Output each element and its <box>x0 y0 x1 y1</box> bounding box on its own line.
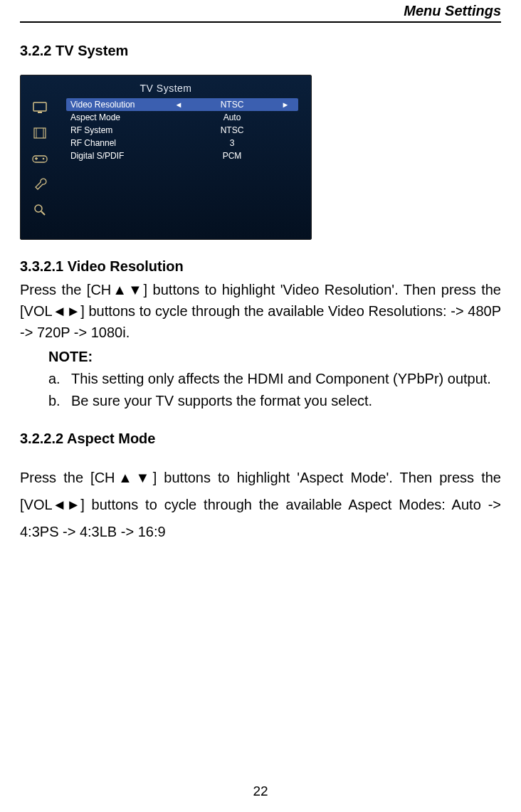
arrow-right-icon: ► <box>277 100 294 109</box>
note-item-b: b. Be sure your TV supports the format y… <box>48 390 501 412</box>
tv-sidebar <box>26 97 58 221</box>
menu-row-rf-system[interactable]: RF System NTSC <box>66 124 298 137</box>
paragraph-video-resolution: Press the [CH▲▼] buttons to highlight 'V… <box>20 279 501 343</box>
menu-value: NTSC <box>187 100 277 110</box>
svg-rect-0 <box>33 102 46 111</box>
menu-row-digital-spdif[interactable]: Digital S/PDIF PCM <box>66 149 298 162</box>
tv-icon <box>26 97 53 118</box>
menu-value: PCM <box>187 151 277 161</box>
menu-label: RF Channel <box>70 138 170 148</box>
film-icon <box>26 122 53 144</box>
svg-rect-2 <box>34 128 46 138</box>
menu-value: NTSC <box>187 125 277 135</box>
page-header-title: Menu Settings <box>404 3 501 19</box>
menu-row-video-resolution[interactable]: Video Resolution ◄ NTSC ► <box>66 98 298 111</box>
tv-system-title: TV System <box>21 83 311 94</box>
tv-menu-panel: Video Resolution ◄ NTSC ► Aspect Mode Au… <box>66 98 298 162</box>
section-heading: 3.2.2 TV System <box>20 43 501 59</box>
arrow-left-icon: ◄ <box>170 100 187 109</box>
menu-label: Aspect Mode <box>70 112 170 122</box>
page-content: 3.2.2 TV System TV System Video Resoluti… <box>20 43 501 548</box>
note-item-a: a. This setting only affects the HDMI an… <box>48 368 501 390</box>
note-label: NOTE: <box>48 346 501 368</box>
note-text: This setting only affects the HDMI and C… <box>71 368 491 390</box>
svg-point-9 <box>35 205 42 212</box>
subsection-heading-aspect-mode: 3.2.2.2 Aspect Mode <box>20 431 501 447</box>
menu-value: 3 <box>187 138 277 148</box>
menu-label: RF System <box>70 125 170 135</box>
svg-rect-8 <box>36 157 37 160</box>
paragraph-aspect-mode: Press the [CH▲▼] buttons to highlight 'A… <box>20 464 501 545</box>
list-letter: a. <box>48 368 71 390</box>
gamepad-icon <box>26 148 53 169</box>
svg-line-10 <box>41 211 45 215</box>
svg-point-6 <box>43 158 45 160</box>
note-block: NOTE: a. This setting only affects the H… <box>48 346 501 412</box>
menu-value: Auto <box>187 112 277 122</box>
wrench-icon <box>26 174 53 195</box>
note-text: Be sure your TV supports the format you … <box>71 390 372 412</box>
tv-system-screenshot: TV System Video Resolution ◄ NTSC <box>20 75 312 240</box>
menu-row-aspect-mode[interactable]: Aspect Mode Auto <box>66 111 298 124</box>
svg-rect-1 <box>38 112 42 113</box>
subsection-heading-video-resolution: 3.3.2.1 Video Resolution <box>20 258 501 275</box>
menu-label: Digital S/PDIF <box>70 151 170 161</box>
menu-label: Video Resolution <box>70 100 170 110</box>
page-number: 22 <box>0 784 521 799</box>
list-letter: b. <box>48 390 71 412</box>
header-rule <box>20 21 501 23</box>
menu-row-rf-channel[interactable]: RF Channel 3 <box>66 137 298 149</box>
magnifier-icon <box>26 199 53 221</box>
